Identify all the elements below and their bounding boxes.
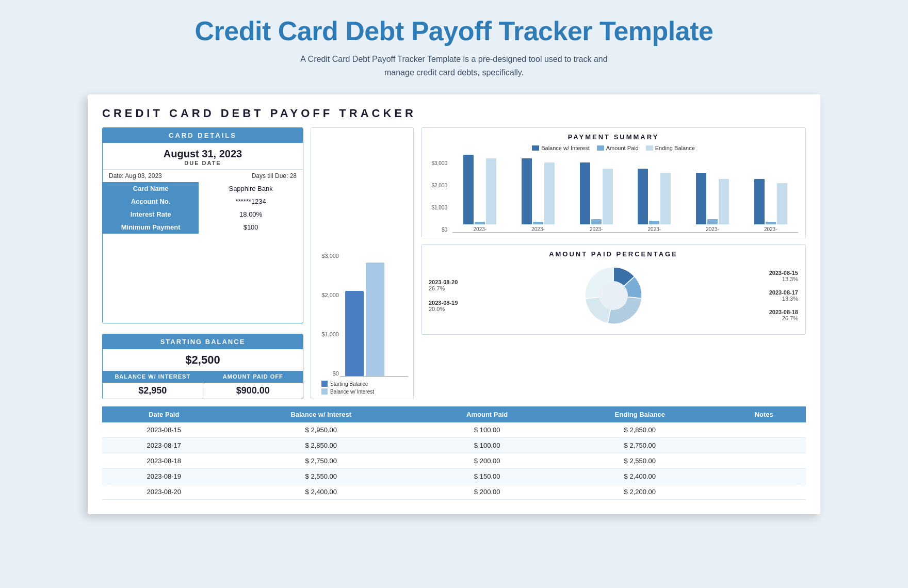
card-field-value: $100 (199, 221, 303, 234)
bar-chart-area: $3,000 $2,000 $1,000 $0 (316, 134, 408, 395)
cell-ending: $ 2,400.00 (558, 469, 722, 484)
table-row: 2023-08-18 $ 2,750.00 $ 200.00 $ 2,550.0… (102, 453, 806, 469)
ps-y-2000: $2,000 (429, 183, 447, 188)
pie-label-right-3: 2023-08-18 26.7% (769, 309, 798, 321)
ps-bar-dark (463, 155, 474, 224)
bar-chart-panel: $3,000 $2,000 $1,000 $0 (311, 127, 414, 399)
amount-paid-off-header: AMOUNT PAID OFF (203, 371, 303, 382)
cell-date: 2023-08-15 (102, 422, 226, 438)
ps-bar-mid (533, 222, 543, 224)
ps-bar-light (660, 173, 671, 224)
right-panels: PAYMENT SUMMARY Balance w/ Interest Amou… (421, 127, 806, 399)
ps-legend: Balance w/ Interest Amount Paid Ending B… (429, 145, 798, 151)
table-header-cell: Notes (722, 406, 806, 422)
cell-notes (722, 422, 806, 438)
cell-date: 2023-08-17 (102, 438, 226, 453)
due-date-label: DUE DATE (109, 160, 297, 166)
pie-pct-left-1: 26.7% (429, 285, 458, 291)
table-header-cell: Date Paid (102, 406, 226, 422)
ps-bars (696, 152, 729, 224)
cell-paid: $ 150.00 (416, 469, 558, 484)
y-label-0: $0 (316, 370, 339, 377)
ps-legend-box-light (646, 145, 653, 151)
ps-x-label: 2023- (764, 226, 777, 232)
y-label-1000: $1,000 (316, 331, 339, 337)
pie-pct-right-2: 13.3% (769, 296, 798, 302)
ps-bar-mid (649, 221, 659, 224)
data-table: Date PaidBalance w/ InterestAmount PaidE… (102, 406, 806, 500)
cell-notes (722, 484, 806, 500)
card-field-value: ******1234 (199, 195, 303, 208)
ps-y-0: $0 (429, 227, 447, 233)
ps-legend-label-1: Balance w/ Interest (541, 145, 590, 151)
payment-summary-panel: PAYMENT SUMMARY Balance w/ Interest Amou… (421, 127, 806, 238)
ps-bars-container: 2023- 2023- 2023- 2023- (452, 155, 798, 233)
pie-date-left-1: 2023-08-20 (429, 279, 458, 285)
bar-chart-grid (340, 253, 408, 377)
due-date-row: Date: Aug 03, 2023 Days till Due: 28 (103, 170, 303, 182)
ps-bar-group: 2023- (685, 152, 740, 232)
pie-chart-area: 2023-08-20 26.7% 2023-08-19 20.0% 202 (429, 262, 798, 329)
ps-bar-group: 2023- (569, 152, 624, 232)
legend-starting-balance: Starting Balance (321, 381, 408, 387)
card-info-row: Minimum Payment$100 (103, 221, 303, 234)
card-field-label: Minimum Payment (103, 221, 199, 234)
ps-bar-group: 2023- (627, 152, 682, 232)
ps-bars (580, 152, 613, 224)
card-field-label: Card Name (103, 182, 199, 195)
starting-balance-value: $2,500 (103, 349, 303, 371)
y-axis-labels: $3,000 $2,000 $1,000 $0 (316, 253, 339, 377)
cell-date: 2023-08-20 (102, 484, 226, 500)
payment-summary-title: PAYMENT SUMMARY (429, 133, 798, 141)
cell-notes (722, 438, 806, 453)
ps-bar-mid (591, 219, 602, 224)
cell-ending: $ 2,200.00 (558, 484, 722, 500)
pie-date-right-3: 2023-08-18 (769, 309, 798, 315)
pie-label-right-2: 2023-08-17 13.3% (769, 289, 798, 302)
legend-label-starting: Starting Balance (330, 381, 368, 387)
legend-label-interest: Balance w/ Interest (330, 389, 374, 395)
cell-balance: $ 2,850.00 (226, 438, 417, 453)
ps-bar-mid (707, 219, 718, 224)
cell-paid: $ 200.00 (416, 453, 558, 469)
legend-box-dark (321, 381, 328, 387)
pie-panel: AMOUNT PAID PERCENTAGE 2023-08-20 26.7% … (421, 244, 806, 335)
ps-bar-dark (580, 162, 590, 224)
ps-bar-light (777, 183, 787, 224)
ps-legend-ending: Ending Balance (646, 145, 695, 151)
ps-bars (754, 152, 787, 224)
pie-title: AMOUNT PAID PERCENTAGE (429, 250, 798, 258)
ps-x-label: 2023- (531, 226, 545, 232)
date-paid: Date: Aug 03, 2023 (109, 172, 162, 179)
balance-w-interest-header: BALANCE W/ INTEREST (103, 371, 203, 382)
cell-date: 2023-08-18 (102, 453, 226, 469)
pie-labels-right: 2023-08-15 13.3% 2023-08-17 13.3% 2023-0… (769, 270, 798, 321)
bar-legend: Starting Balance Balance w/ Interest (316, 381, 408, 395)
card-details-header: CARD DETAILS (103, 128, 303, 143)
ps-chart-container: $3,000 $2,000 $1,000 $0 2023- 20 (429, 155, 798, 233)
left-panel: CARD DETAILS August 31, 2023 DUE DATE Da… (102, 127, 303, 399)
top-section: CARD DETAILS August 31, 2023 DUE DATE Da… (102, 127, 806, 399)
bar-group (345, 263, 384, 376)
table-row: 2023-08-15 $ 2,950.00 $ 100.00 $ 2,850.0… (102, 422, 806, 438)
card-field-label: Interest Rate (103, 208, 199, 221)
ps-bar-dark (754, 179, 765, 224)
ps-x-label: 2023- (590, 226, 603, 232)
legend-balance-interest: Balance w/ Interest (321, 388, 408, 395)
pie-label-right-1: 2023-08-15 13.3% (769, 270, 798, 282)
bar-chart-wrapper: $3,000 $2,000 $1,000 $0 (316, 253, 408, 377)
cell-notes (722, 469, 806, 484)
starting-balance-header: STARTING BALANCE (103, 334, 303, 349)
ps-legend-box-mid (597, 145, 604, 151)
amount-paid-off-value: $900.00 (203, 382, 303, 399)
ps-y-3000: $3,000 (429, 160, 447, 166)
ps-bar-group: 2023- (452, 152, 508, 232)
due-date-section: August 31, 2023 DUE DATE (103, 143, 303, 170)
ps-x-label: 2023- (706, 226, 719, 232)
tracker-title: CREDIT CARD DEBT PAYOFF TRACKER (102, 107, 806, 120)
cell-paid: $ 200.00 (416, 484, 558, 500)
pie-chart-svg (572, 262, 655, 329)
table-header-cell: Ending Balance (558, 406, 722, 422)
pie-date-right-1: 2023-08-15 (769, 270, 798, 276)
ps-y-1000: $1,000 (429, 205, 447, 210)
